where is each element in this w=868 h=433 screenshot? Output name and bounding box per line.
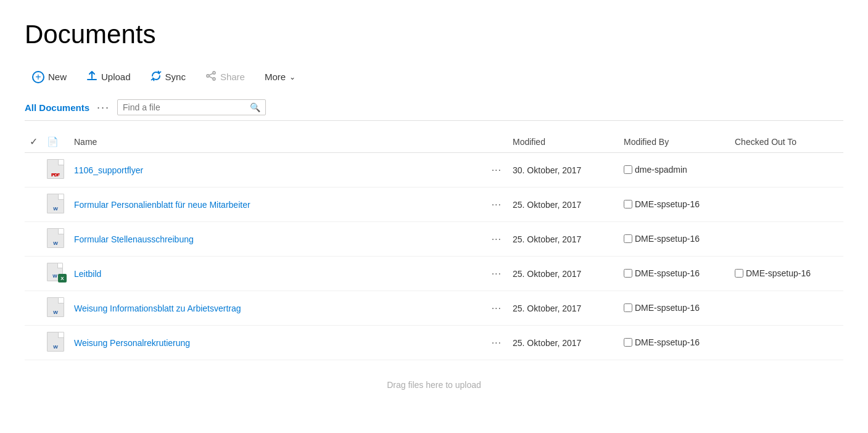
search-icon: 🔍 [250, 102, 260, 112]
modified-by-name: DME-spsetup-16 [635, 303, 700, 313]
new-icon: + [32, 71, 44, 83]
search-input[interactable] [123, 102, 246, 112]
checked-out-cell [732, 222, 843, 257]
modified-by-checkbox[interactable] [624, 338, 632, 347]
modified-by-cell: DME-spsetup-16 [621, 257, 732, 291]
search-box: 🔍 [117, 99, 266, 115]
table-row: PDF 1106_supportflyer···30. Oktober, 201… [25, 153, 843, 188]
view-bar: All Documents ··· 🔍 [25, 99, 843, 121]
file-icon-cell: W [44, 188, 72, 222]
modified-by-name: DME-spsetup-16 [635, 337, 700, 347]
more-button[interactable]: More ⌄ [257, 68, 303, 86]
modified-by-name: dme-spadmin [635, 165, 687, 175]
svg-line-4 [209, 76, 213, 78]
row-actions-cell: ··· [486, 291, 510, 326]
new-button[interactable]: + New [25, 67, 74, 87]
table-row: W Weisung Personalrekrutierung···25. Okt… [25, 326, 843, 360]
modified-by-checkbox-label: DME-spsetup-16 [624, 234, 700, 244]
view-options-button[interactable]: ··· [97, 101, 110, 114]
row-context-menu-button[interactable]: ··· [488, 233, 505, 246]
modified-by-cell: dme-spadmin [621, 153, 732, 188]
modified-header[interactable]: Modified [510, 131, 621, 153]
row-actions-cell: ··· [486, 222, 510, 257]
file-name-link[interactable]: Leitbild [74, 269, 101, 279]
modified-by-checkbox-label: DME-spsetup-16 [624, 199, 700, 209]
modified-by-cell: DME-spsetup-16 [621, 291, 732, 326]
file-name-cell: Leitbild [72, 257, 486, 291]
modified-by-cell: DME-spsetup-16 [621, 326, 732, 360]
word-icon: W [47, 297, 64, 317]
table-row: W X Leitbild···25. Oktober, 2017 DME-sps… [25, 257, 843, 291]
upload-label: Upload [101, 72, 131, 82]
modified-by-name: DME-spsetup-16 [635, 234, 700, 244]
file-name-link[interactable]: Weisung Informationsblatt zu Arbietsvert… [74, 303, 241, 313]
row-actions-cell: ··· [486, 153, 510, 188]
file-name-cell: 1106_supportflyer [72, 153, 486, 188]
modified-by-checkbox[interactable] [624, 269, 632, 278]
file-name-link[interactable]: Weisung Personalrekrutierung [74, 338, 190, 348]
documents-table: ✓ 📄 Name Modified Modified By Checked Ou… [25, 131, 843, 360]
upload-button[interactable]: Upload [79, 67, 138, 87]
modified-by-checkbox-label: dme-spadmin [624, 165, 687, 175]
page-title: Documents [25, 20, 843, 49]
row-context-menu-button[interactable]: ··· [488, 336, 505, 350]
file-name-link[interactable]: 1106_supportflyer [74, 165, 143, 175]
modified-by-name: DME-spsetup-16 [635, 199, 700, 209]
table-row: W Formular Personalienblatt für neue Mit… [25, 188, 843, 222]
modified-by-checkbox[interactable] [624, 234, 632, 243]
modified-date-cell: 25. Oktober, 2017 [510, 188, 621, 222]
row-context-menu-button[interactable]: ··· [488, 198, 505, 212]
checked-out-cell [732, 326, 843, 360]
file-name-link[interactable]: Formular Stellenausschreibung [74, 234, 194, 244]
svg-point-2 [213, 78, 215, 80]
modified-date-cell: 25. Oktober, 2017 [510, 291, 621, 326]
file-name-cell: Formular Stellenausschreibung [72, 222, 486, 257]
file-name-link[interactable]: Formular Personalienblatt für neue Mitar… [74, 200, 250, 210]
file-name-cell: Weisung Informationsblatt zu Arbietsvert… [72, 291, 486, 326]
row-context-menu-button[interactable]: ··· [488, 267, 505, 281]
table-row: W Formular Stellenausschreibung···25. Ok… [25, 222, 843, 257]
modified-date-cell: 25. Oktober, 2017 [510, 222, 621, 257]
checked-out-name: DME-spsetup-16 [746, 268, 811, 278]
new-label: New [48, 72, 67, 82]
share-button[interactable]: Share [198, 67, 252, 87]
checked-out-header[interactable]: Checked Out To [732, 131, 843, 153]
modified-by-name: DME-spsetup-16 [635, 268, 700, 278]
checked-out-cell [732, 291, 843, 326]
share-icon [205, 70, 217, 83]
checked-out-cell: DME-spsetup-16 [732, 257, 843, 291]
modified-by-checkbox[interactable] [624, 200, 632, 208]
more-label: More [265, 72, 286, 82]
modified-date-cell: 25. Oktober, 2017 [510, 257, 621, 291]
row-checkbox-cell [25, 153, 44, 188]
name-header[interactable]: Name [72, 131, 486, 153]
row-context-menu-button[interactable]: ··· [488, 163, 505, 177]
svg-point-1 [207, 75, 209, 77]
sync-label: Sync [165, 72, 186, 82]
word-icon: W [47, 194, 64, 213]
svg-point-0 [213, 72, 215, 74]
modified-by-cell: DME-spsetup-16 [621, 222, 732, 257]
file-name-cell: Weisung Personalrekrutierung [72, 326, 486, 360]
row-context-menu-button[interactable]: ··· [488, 302, 505, 315]
word-icon: W [47, 332, 64, 352]
checked-out-checkbox-label: DME-spsetup-16 [735, 268, 811, 278]
checked-out-checkbox[interactable] [735, 269, 743, 278]
word-excel-icon: W X [47, 263, 67, 282]
active-view-label[interactable]: All Documents [25, 102, 89, 113]
upload-icon [86, 70, 97, 83]
share-label: Share [220, 72, 245, 82]
row-actions-cell: ··· [486, 326, 510, 360]
row-checkbox-cell [25, 188, 44, 222]
modified-by-header[interactable]: Modified By [621, 131, 732, 153]
modified-by-checkbox[interactable] [624, 165, 632, 174]
toolbar: + New Upload Sync [25, 67, 843, 87]
svg-line-3 [209, 73, 213, 75]
modified-by-checkbox[interactable] [624, 303, 632, 312]
checked-out-cell [732, 153, 843, 188]
file-icon-cell: W X [44, 257, 72, 291]
modified-by-cell: DME-spsetup-16 [621, 188, 732, 222]
sync-button[interactable]: Sync [143, 67, 193, 87]
row-actions-cell: ··· [486, 257, 510, 291]
modified-by-checkbox-label: DME-spsetup-16 [624, 268, 700, 278]
